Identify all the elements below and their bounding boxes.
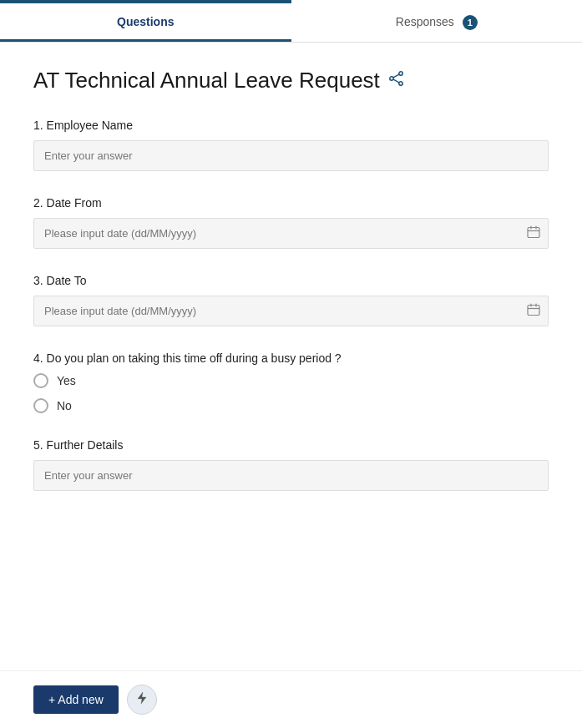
date-from-input[interactable] (33, 218, 549, 249)
svg-line-3 (393, 74, 399, 78)
question-2-block: 2. Date From (33, 196, 549, 249)
question-5-text: Further Details (47, 438, 124, 452)
add-new-button[interactable]: + Add new (33, 685, 119, 714)
share-icon[interactable] (388, 70, 405, 91)
page-container: Questions Responses 1 AT Technical Annua… (0, 0, 582, 728)
question-4-text: Do you plan on taking this time off duri… (47, 351, 342, 365)
svg-marker-13 (138, 692, 146, 704)
radio-group: Yes No (33, 373, 549, 413)
question-4-number: 4. (33, 351, 43, 365)
date-to-input[interactable] (33, 296, 549, 326)
question-5-block: 5. Further Details (33, 438, 549, 491)
question-2-label: 2. Date From (33, 196, 549, 210)
employee-name-input[interactable] (33, 140, 549, 171)
radio-yes-circle (33, 373, 48, 388)
tab-questions[interactable]: Questions (0, 3, 291, 42)
further-details-input[interactable] (33, 460, 549, 491)
question-2-number: 2. (33, 196, 43, 210)
add-new-label: + Add new (48, 693, 104, 706)
radio-yes-label: Yes (57, 374, 76, 387)
question-2-text: Date From (47, 196, 102, 210)
tab-responses[interactable]: Responses 1 (291, 3, 583, 42)
question-3-text: Date To (47, 274, 87, 287)
form-title-row: AT Technical Annual Leave Request (33, 68, 549, 94)
question-3-label: 3. Date To (33, 274, 549, 287)
form-title-text: AT Technical Annual Leave Request (33, 68, 380, 94)
question-4-block: 4. Do you plan on taking this time off d… (33, 351, 549, 413)
date-to-wrapper (33, 296, 549, 326)
question-1-label: 1. Employee Name (33, 119, 549, 132)
bottom-toolbar: + Add new (0, 670, 582, 728)
responses-badge: 1 (463, 15, 478, 30)
svg-point-0 (399, 72, 402, 75)
bolt-icon (135, 691, 149, 708)
question-5-label: 5. Further Details (33, 438, 549, 452)
radio-no[interactable]: No (33, 398, 549, 413)
radio-no-label: No (57, 399, 72, 412)
radio-no-circle (33, 398, 48, 413)
tabs-bar: Questions Responses 1 (0, 3, 582, 43)
question-4-label: 4. Do you plan on taking this time off d… (33, 351, 549, 365)
date-from-wrapper (33, 218, 549, 249)
question-5-number: 5. (33, 438, 43, 452)
question-1-text: Employee Name (47, 119, 134, 132)
question-1-block: 1. Employee Name (33, 119, 549, 171)
bolt-button[interactable] (127, 685, 157, 715)
radio-yes[interactable]: Yes (33, 373, 549, 388)
svg-line-4 (393, 79, 399, 83)
svg-point-1 (399, 82, 402, 85)
question-3-block: 3. Date To (33, 274, 549, 326)
question-1-number: 1. (33, 119, 43, 132)
svg-point-2 (390, 77, 393, 80)
tab-responses-label: Responses (396, 15, 454, 28)
form-content: AT Technical Annual Leave Request 1. Emp… (0, 43, 582, 670)
tab-questions-label: Questions (117, 15, 174, 28)
question-3-number: 3. (33, 274, 43, 287)
